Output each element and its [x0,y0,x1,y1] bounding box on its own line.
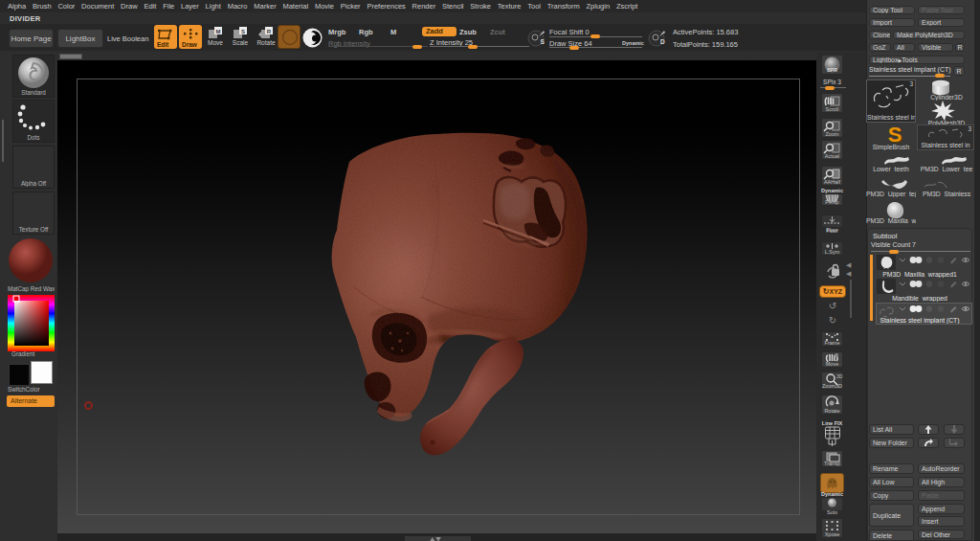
svg-text:R: R [267,29,272,34]
svg-text:M: M [216,29,221,34]
svg-text:BPR: BPR [827,67,837,73]
svg-text:D: D [660,38,665,45]
svg-text:S: S [241,29,245,34]
svg-text:S: S [541,38,546,45]
svg-text:3D: 3D [836,373,843,379]
